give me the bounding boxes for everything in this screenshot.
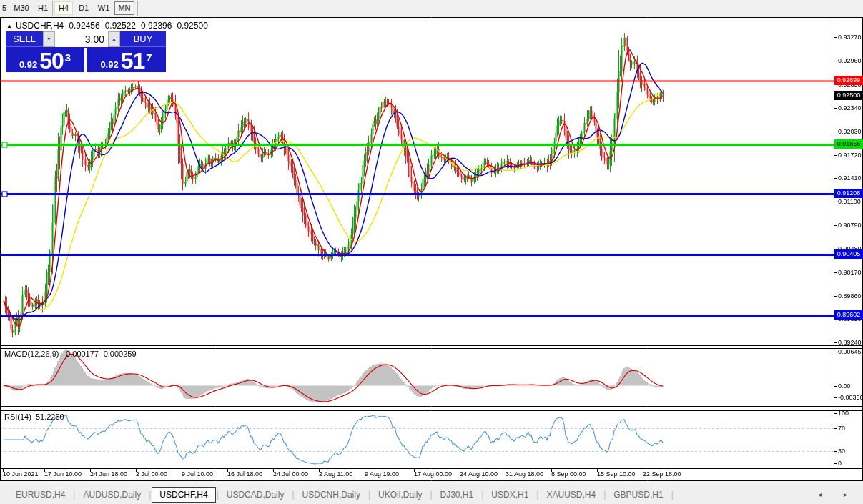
tab-usdcad-daily[interactable]: USDCAD,Daily (220, 487, 292, 503)
rsi-axis-label: 0 (838, 460, 842, 467)
timeframe-toolbar: 5M30H1H4D1W1MN (0, 0, 863, 17)
time-axis-label: 24 Jun 18:00 (90, 470, 127, 478)
macd-name: MACD(12,26,9) (4, 350, 59, 358)
price-line-badge: 0.89602 (834, 310, 863, 320)
tab-divider: | (149, 490, 151, 500)
time-axis-label: 16 Jul 18:00 (227, 470, 262, 478)
price-axis-label: 0.92960 (838, 57, 862, 64)
ohlc-high: 0.92522 (105, 21, 136, 31)
tab-audusd-daily[interactable]: AUDUSD,Daily (76, 487, 148, 503)
price-axis-label: 0.89860 (838, 292, 862, 300)
tab-divider: | (368, 490, 370, 500)
timeframe-button-w1[interactable]: W1 (94, 1, 113, 15)
timeframe-button-h1[interactable]: H1 (34, 1, 51, 15)
time-axis-label: 31 Aug 18:00 (506, 470, 543, 478)
sell-button[interactable]: SELL (6, 31, 43, 47)
rsi-axis-label: 100 (838, 410, 849, 417)
price-axis-label: 0.93270 (838, 34, 862, 41)
ohlc-low: 0.92396 (141, 21, 172, 31)
time-axis-label: 24 Jul 00:00 (273, 470, 308, 478)
tab-divider: | (603, 490, 606, 500)
tab-usdcnh-daily[interactable]: USDCNH,Daily (295, 487, 368, 503)
price-line-badge: 0.92699 (834, 76, 863, 85)
tab-divider: | (536, 490, 538, 500)
time-axis-label: 17 Aug 00:00 (414, 470, 452, 478)
tabs-scroll-right-icon[interactable]: ▸ (844, 490, 847, 498)
price-line-badge: 0.91208 (834, 189, 863, 198)
chart-symbol: USDCHF,H4 (16, 21, 64, 31)
macd-indicator-label: MACD(12,26,9)-0.000177 -0.000259 (4, 350, 137, 358)
bid-big-digits: 50 (39, 52, 64, 70)
time-axis-label: 9 Jul 10:00 (182, 470, 213, 478)
tab-divider: | (73, 490, 75, 500)
tabs-scroll-left-icon[interactable]: ◂ (818, 490, 822, 498)
time-axis-label: 2 Aug 11:00 (319, 470, 352, 478)
ohlc-open: 0.92456 (69, 21, 99, 31)
ask-pip-digit: 7 (146, 54, 152, 61)
timeframe-button-mn[interactable]: MN (114, 1, 134, 15)
tab-divider: | (430, 490, 432, 500)
time-axis-label: 24 Aug 10:00 (460, 470, 498, 478)
price-axis-label: 0.91720 (838, 152, 862, 159)
bid-pip-digit: 3 (65, 54, 71, 61)
buy-button[interactable]: BUY (120, 31, 166, 47)
macd-axis-label: -0.003507 (838, 394, 863, 401)
tab-divider: | (671, 490, 674, 500)
price-axis-label: 0.89240 (838, 339, 862, 346)
tab-divider: | (481, 490, 483, 500)
toolbar-separator (137, 1, 138, 16)
tab-divider: | (292, 490, 294, 500)
tab-divider: | (217, 490, 219, 500)
collapse-arrow-icon: ▲ (6, 23, 12, 29)
time-axis-label: 8 Sep 00:00 (551, 470, 586, 478)
one-click-trading-panel: SELL ▼ 3.00 ▲ BUY 0.92503 0.92517 (6, 31, 166, 72)
tab-eurusd-h4[interactable]: EURUSD,H4 (9, 487, 72, 503)
price-line-badge: 0.90405 (834, 249, 863, 259)
timeframe-button-m30[interactable]: M30 (10, 1, 33, 15)
price-line-badge: 0.91855 (834, 139, 863, 149)
bid-prefix: 0.92 (19, 59, 37, 70)
price-axis-label: 0.91100 (838, 198, 861, 205)
chart-tab-bar: EURUSD,H4|AUDUSD,Daily|USDCHF,H4|USDCAD,… (0, 485, 863, 504)
tab-usdx-h1[interactable]: USDX,H1 (484, 487, 536, 503)
volume-increase-button[interactable]: ▲ (108, 31, 120, 47)
ask-price-panel[interactable]: 0.92517 (87, 48, 166, 72)
time-axis-label: 22 Sep 18:00 (643, 470, 681, 478)
price-axis-label: 0.90790 (838, 222, 862, 229)
time-axis-label: 10 Jun 2021 (3, 470, 39, 478)
time-axis-label: 9 Aug 19:00 (365, 470, 399, 478)
bid-price-panel[interactable]: 0.92503 (6, 48, 84, 72)
tab-dj30-h1[interactable]: DJ30,H1 (433, 487, 481, 503)
rsi-value: 51.2250 (36, 412, 64, 421)
timeframe-button-d1[interactable]: D1 (74, 1, 93, 15)
volume-input[interactable]: 3.00 (55, 31, 108, 47)
macd-axis-label: 0.006451 (838, 348, 863, 355)
macd-axis-label: 0.00 (838, 382, 851, 390)
timeframe-button-5[interactable]: 5 (0, 1, 9, 15)
rsi-axis-label: 30 (838, 448, 845, 455)
tab-usdchf-h4[interactable]: USDCHF,H4 (152, 487, 215, 503)
tab-gbpusd-h1[interactable]: GBPUSD,H1 (606, 487, 670, 503)
ohlc-close: 0.92500 (177, 21, 207, 31)
tab-xauusd-h4[interactable]: XAUUSD,H4 (539, 487, 603, 503)
ask-big-digits: 51 (121, 52, 145, 70)
chart-canvas[interactable] (0, 0, 863, 504)
time-axis-label: 2 Jul 00:00 (136, 470, 167, 478)
price-axis-label: 0.91410 (838, 174, 862, 182)
volume-decrease-button[interactable]: ▼ (43, 31, 55, 47)
rsi-name: RSI(14) (4, 412, 31, 421)
macd-values: -0.000177 -0.000259 (63, 350, 136, 358)
rsi-indicator-label: RSI(14)51.2250 (4, 412, 64, 421)
toolbar-separator (52, 1, 53, 16)
price-axis-label: 0.92030 (838, 128, 862, 135)
tab-ukoil-daily[interactable]: UKOil,Daily (371, 487, 429, 503)
time-axis-label: 15 Sep 10:00 (597, 470, 636, 478)
chart-title: ▲USDCHF,H40.924560.925220.923960.92500 (6, 21, 213, 31)
time-axis-label: 17 Jun 10:00 (44, 470, 82, 478)
timeframe-button-h4[interactable]: H4 (54, 1, 73, 15)
price-line-badge: 0.92500 (834, 91, 863, 100)
rsi-axis-label: 70 (838, 425, 845, 432)
price-axis-label: 0.92340 (838, 104, 862, 112)
price-axis-label: 0.90170 (838, 269, 862, 276)
ask-prefix: 0.92 (100, 59, 118, 70)
